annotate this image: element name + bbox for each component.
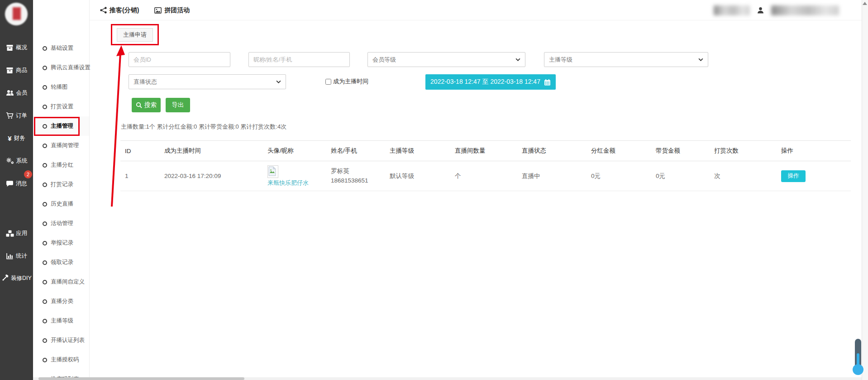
subnav-label: 轮播图 [51, 83, 68, 91]
avatar [267, 165, 278, 178]
tool-icon [1, 274, 9, 282]
subnav-liveroom-management[interactable]: 直播间管理 [33, 136, 89, 155]
topnav-group-buying[interactable]: 拼团活动 [154, 6, 190, 14]
table-header-row: ID 成为主播时间 头像/昵称 姓名/手机 主播等级 直播间数量 直播状态 分红… [120, 141, 851, 161]
circle-icon [43, 66, 47, 70]
subnav-label: 领取记录 [51, 259, 73, 266]
anchor-level-select[interactable]: 主播等级 [544, 52, 708, 67]
circle-icon [43, 183, 47, 187]
live-settings-sidebar: 基础设置 腾讯云直播设置 轮播图 打赏设置 主播管理 直播间管理 主播分红 打赏… [33, 0, 90, 380]
tab-anchor-application[interactable]: 主播申请 [117, 28, 153, 42]
cell-name-phone: 罗标英 18681538651 [326, 161, 385, 191]
sidebar-item-finance[interactable]: ¥ 财务 [0, 129, 33, 147]
subnav-reward-records[interactable]: 打赏记录 [33, 175, 89, 194]
circle-icon [43, 358, 47, 362]
subnav-broadcast-cert-list[interactable]: 开播认证列表 [33, 331, 89, 350]
nickname-link[interactable]: 来瓶快乐肥仔水 [267, 179, 309, 187]
circle-icon [43, 280, 47, 284]
subnav-activity-management[interactable]: 活动管理 [33, 214, 89, 233]
subnav-label: 主播等级 [51, 317, 73, 325]
sidebar-item-goods[interactable]: 商品 [0, 61, 33, 79]
sidebar-item-diy[interactable]: 装修DIY [0, 269, 33, 287]
circle-icon [43, 202, 47, 207]
scroll-slider-knob[interactable] [853, 364, 863, 375]
horizontal-scrollbar[interactable] [33, 377, 862, 380]
col-reward-count: 打赏次数 [710, 141, 777, 161]
sidebar-item-label: 应用 [16, 230, 28, 237]
gears-icon [6, 157, 14, 164]
circle-icon [43, 319, 47, 323]
sidebar-item-apps[interactable]: 应用 [0, 224, 33, 242]
row-action-button[interactable]: 操作 [781, 170, 806, 182]
anchor-summary-stats: 主播数量:1个 累计分红金额:0 累计带货金额:0 累计打赏次数:4次 [121, 123, 286, 131]
sidebar-item-label: 财务 [14, 135, 25, 142]
nickname-name-phone-input[interactable] [248, 52, 350, 67]
live-status-select[interactable]: 直播状态 [129, 74, 286, 89]
chevron-down-icon [515, 58, 520, 61]
subnav-tencent-live[interactable]: 腾讯云直播设置 [33, 58, 89, 77]
sidebar-item-label: 装修DIY [11, 274, 32, 282]
become-anchor-time-checkbox[interactable] [325, 79, 331, 85]
message-count-badge: 2 [24, 170, 32, 178]
subnav-label: 历史直播 [51, 200, 73, 208]
topnav-promoter-distribution[interactable]: 推客(分销) [100, 6, 139, 14]
sidebar-item-messages[interactable]: 消息 2 [0, 174, 33, 192]
anchor-name: 罗标英 [331, 167, 385, 176]
sidebar-item-orders[interactable]: 订单 [0, 106, 33, 125]
goods-box-icon [6, 67, 14, 74]
cell-id: 1 [120, 161, 160, 191]
member-id-input[interactable] [129, 52, 230, 67]
col-live-status: 直播状态 [517, 141, 587, 161]
subnav-label: 打赏设置 [51, 103, 73, 111]
subnav-claim-records[interactable]: 领取记录 [33, 253, 89, 272]
subnav-live-category[interactable]: 直播分类 [33, 292, 89, 311]
subnav-liveroom-custom[interactable]: 直播间自定义 [33, 272, 89, 292]
scroll-up-arrow-icon[interactable] [863, 2, 867, 5]
col-anchor-level: 主播等级 [385, 141, 450, 161]
member-level-select[interactable]: 会员等级 [367, 52, 525, 67]
image-icon [154, 7, 162, 14]
scroll-slider-widget[interactable] [855, 339, 861, 371]
vertical-scrollbar[interactable] [862, 0, 868, 380]
subnav-reward-settings[interactable]: 打赏设置 [33, 97, 89, 116]
search-icon [136, 102, 142, 108]
subnav-label: 开播认证列表 [51, 337, 85, 344]
col-goods-amount: 带货金额 [651, 141, 710, 161]
export-button[interactable]: 导出 [166, 98, 190, 112]
col-avatar-nickname: 头像/昵称 [263, 141, 326, 161]
subnav-anchor-level[interactable]: 主播等级 [33, 311, 89, 331]
cell-goods-amount: 0元 [651, 161, 710, 191]
col-become-time: 成为主播时间 [160, 141, 263, 161]
circle-icon [43, 163, 47, 168]
redacted-username-block[interactable] [771, 5, 839, 15]
calendar-icon [544, 79, 551, 86]
search-button[interactable]: 搜索 [132, 98, 161, 112]
search-button-label: 搜索 [144, 101, 157, 109]
comment-icon [6, 180, 14, 187]
subnav-anchor-management[interactable]: 主播管理 [33, 116, 89, 136]
subnav-carousel[interactable]: 轮播图 [33, 77, 89, 97]
date-range-button[interactable]: 2022-03-18 12:47 至 2022-03-18 12:47 [425, 74, 556, 90]
subnav-anchor-auth-code[interactable]: 主播授权码 [33, 350, 89, 370]
col-dividend-amount: 分红金额 [587, 141, 651, 161]
main-sidebar: 概况 商品 会员 订单 ¥ 财务 系统 消息 2 应用 [0, 0, 33, 380]
app-logo[interactable] [0, 0, 33, 29]
subnav-label: 主播分红 [51, 161, 73, 169]
subnav-label: 腾讯云直播设置 [51, 64, 91, 72]
chevron-down-icon [698, 58, 703, 61]
sidebar-item-label: 系统 [16, 157, 28, 165]
date-range-text: 2022-03-18 12:47 至 2022-03-18 12:47 [430, 78, 540, 86]
subnav-report-records[interactable]: 举报记录 [33, 233, 89, 253]
sidebar-item-members[interactable]: 会员 [0, 84, 33, 102]
cell-become-time: 2022-03-16 17:20:09 [160, 161, 263, 191]
col-id: ID [120, 141, 160, 161]
sidebar-item-overview[interactable]: 概况 [0, 38, 33, 57]
sidebar-item-system[interactable]: 系统 [0, 152, 33, 170]
subnav-history-live[interactable]: 历史直播 [33, 194, 89, 214]
chart-icon [6, 253, 14, 260]
sidebar-item-stats[interactable]: 统计 [0, 247, 33, 265]
subnav-anchor-dividend[interactable]: 主播分红 [33, 155, 89, 175]
subnav-label: 主播授权码 [51, 356, 79, 364]
horizontal-scrollbar-thumb[interactable] [38, 377, 244, 380]
subnav-basic-settings[interactable]: 基础设置 [33, 38, 89, 58]
